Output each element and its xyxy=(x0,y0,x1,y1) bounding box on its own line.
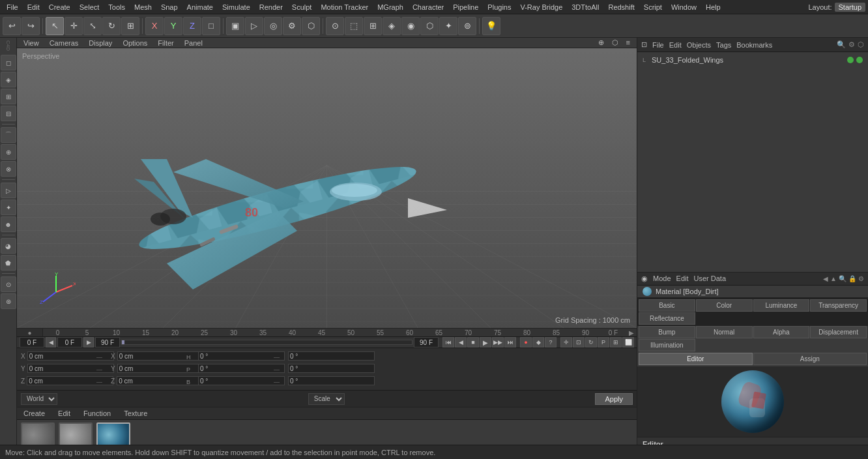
snap-edge-button[interactable]: ◉ xyxy=(401,17,420,35)
frame-fps-input[interactable] xyxy=(414,337,439,348)
menu-sculpt[interactable]: Sculpt xyxy=(288,2,316,12)
menu-create[interactable]: Create xyxy=(45,2,74,12)
menu-plugins[interactable]: Plugins xyxy=(484,2,515,12)
viewport-menu-cameras[interactable]: Cameras xyxy=(47,38,81,48)
scale-x-input[interactable] xyxy=(198,351,285,361)
mat-tab-assign[interactable]: Assign xyxy=(753,353,867,365)
tool-deform[interactable]: ⊗ xyxy=(1,161,16,177)
render-frame-button[interactable]: ▣ xyxy=(226,17,244,35)
select-ctrl-btn[interactable]: ⊡ xyxy=(573,337,585,348)
tool-paint[interactable]: ⊛ xyxy=(1,293,16,309)
mat-up-icon[interactable]: ▲ xyxy=(830,275,837,282)
record-btn[interactable]: ● xyxy=(520,337,532,348)
y-axis-button[interactable]: Y xyxy=(164,17,182,35)
frame-end-input[interactable] xyxy=(95,337,120,348)
mat-tab-editor[interactable]: Editor xyxy=(639,353,752,365)
tool-material[interactable]: ◕ xyxy=(1,238,16,254)
mat-edit-btn[interactable]: Edit xyxy=(676,274,689,282)
light-button[interactable]: 💡 xyxy=(482,17,500,35)
frame-prev-btn[interactable]: ◀ xyxy=(46,337,56,348)
select-button[interactable]: ↖ xyxy=(46,17,64,35)
mat-menu-texture[interactable]: Texture xyxy=(121,409,150,418)
viewport-menu-filter[interactable]: Filter xyxy=(155,38,176,48)
tool-cube[interactable]: ◻ xyxy=(1,55,16,70)
obj-expand-icon[interactable]: ⬡ xyxy=(858,40,864,49)
tool-tag[interactable]: ⬟ xyxy=(1,255,16,271)
mat-tab-basic[interactable]: Basic xyxy=(639,299,695,312)
menu-character[interactable]: Character xyxy=(409,2,448,12)
mat-search-icon[interactable]: 🔍 xyxy=(839,275,846,282)
obj-row-su33[interactable]: L SU_33_Folded_Wings xyxy=(640,55,865,65)
menu-edit[interactable]: Edit xyxy=(23,2,44,12)
move-ctrl-btn[interactable]: ✛ xyxy=(560,337,572,348)
mat-tab-transparency[interactable]: Transparency xyxy=(810,299,867,312)
viewport-content[interactable]: Perspective xyxy=(17,48,637,328)
jump-start-btn[interactable]: ⏮ xyxy=(442,337,454,348)
extra-scale-z[interactable] xyxy=(288,376,375,385)
extra-scale-x[interactable] xyxy=(288,351,375,361)
viewport-icon-move[interactable]: ⊕ xyxy=(596,38,607,48)
obj-manager-tags[interactable]: Tags xyxy=(716,41,731,49)
scale-z-input[interactable] xyxy=(198,376,285,385)
scale-button[interactable]: ⤡ xyxy=(83,17,102,35)
menu-tools[interactable]: Tools xyxy=(104,2,129,12)
tool-light[interactable]: ✦ xyxy=(1,200,16,215)
mat-tab-luminance[interactable]: Luminance xyxy=(753,299,810,312)
tool-camera[interactable]: ▷ xyxy=(1,183,16,198)
mat-settings-icon[interactable]: ⚙ xyxy=(858,275,864,282)
menu-vray[interactable]: V-Ray Bridge xyxy=(516,2,566,12)
mat-tab-illumination[interactable]: Illumination xyxy=(639,339,695,351)
obj-search-icon[interactable]: 🔍 xyxy=(837,40,846,49)
timeline-scrollbar[interactable] xyxy=(121,340,412,345)
viewport-icon-settings[interactable]: ≡ xyxy=(624,38,633,48)
render-ctrl-btn[interactable]: ⬜ xyxy=(622,337,634,348)
object-coord-button[interactable]: □ xyxy=(202,17,220,35)
keyframe-btn[interactable]: ◆ xyxy=(532,337,544,348)
menu-3dtoall[interactable]: 3DTtoAll xyxy=(568,2,603,12)
z-axis-button[interactable]: Z xyxy=(183,17,201,35)
snap-button[interactable]: ⊙ xyxy=(326,17,344,35)
snap-type-button[interactable]: ⬚ xyxy=(345,17,363,35)
mat-tab-color[interactable]: Color xyxy=(696,299,753,312)
play-forward-btn[interactable]: ▶▶ xyxy=(492,337,504,348)
viewport-menu-view[interactable]: View xyxy=(21,38,42,48)
mat-lock-icon[interactable]: 🔒 xyxy=(848,275,856,282)
rotate-button[interactable]: ↻ xyxy=(102,17,121,35)
jump-end-btn[interactable]: ⏭ xyxy=(504,337,516,348)
menu-file[interactable]: File xyxy=(3,2,22,12)
question-btn[interactable]: ? xyxy=(545,337,557,348)
x-axis-button[interactable]: X xyxy=(145,17,164,35)
menu-pipeline[interactable]: Pipeline xyxy=(449,2,482,12)
obj-manager-objects[interactable]: Objects xyxy=(687,41,711,49)
scale-dropdown[interactable]: Scale xyxy=(308,393,345,405)
render-view-button[interactable]: ◎ xyxy=(264,17,282,35)
snap-extra-button[interactable]: ⊚ xyxy=(458,17,476,35)
tool-sculpt[interactable]: ⊙ xyxy=(1,276,16,292)
viewport-menu-panel[interactable]: Panel xyxy=(182,38,205,48)
play-btn[interactable]: ▶ xyxy=(480,337,491,348)
apply-button[interactable]: Apply xyxy=(595,393,633,405)
viewport-icon-expand[interactable]: ⬡ xyxy=(609,38,621,48)
tool-spline[interactable]: ⌒ xyxy=(1,127,16,143)
layout-value[interactable]: Startup xyxy=(835,3,865,12)
menu-mograph[interactable]: MGraph xyxy=(373,2,407,12)
viewport-menu-display[interactable]: Display xyxy=(86,38,115,48)
mat-tab-normal[interactable]: Normal xyxy=(696,326,753,338)
render-anim-button[interactable]: ▷ xyxy=(245,17,263,35)
menu-script[interactable]: Script xyxy=(640,2,666,12)
render-settings-button[interactable]: ⚙ xyxy=(283,17,301,35)
viewport-menu-options[interactable]: Options xyxy=(120,38,150,48)
menu-mesh[interactable]: Mesh xyxy=(130,2,156,12)
frame-current-input[interactable] xyxy=(57,337,82,348)
menu-snap[interactable]: Snap xyxy=(157,2,182,12)
menu-select[interactable]: Select xyxy=(76,2,104,12)
play-back-btn[interactable]: ◀ xyxy=(455,337,467,348)
snap-vert-button[interactable]: ◈ xyxy=(383,17,401,35)
menu-animate[interactable]: Animate xyxy=(183,2,217,12)
menu-help[interactable]: Help xyxy=(702,2,725,12)
world-dropdown[interactable]: World xyxy=(21,393,57,405)
rotate-ctrl-btn[interactable]: ↻ xyxy=(585,337,597,348)
snap-grid-button[interactable]: ⊞ xyxy=(364,17,382,35)
snap-face-button[interactable]: ⬡ xyxy=(420,17,439,35)
tool-checker[interactable]: ⊞ xyxy=(1,89,16,104)
